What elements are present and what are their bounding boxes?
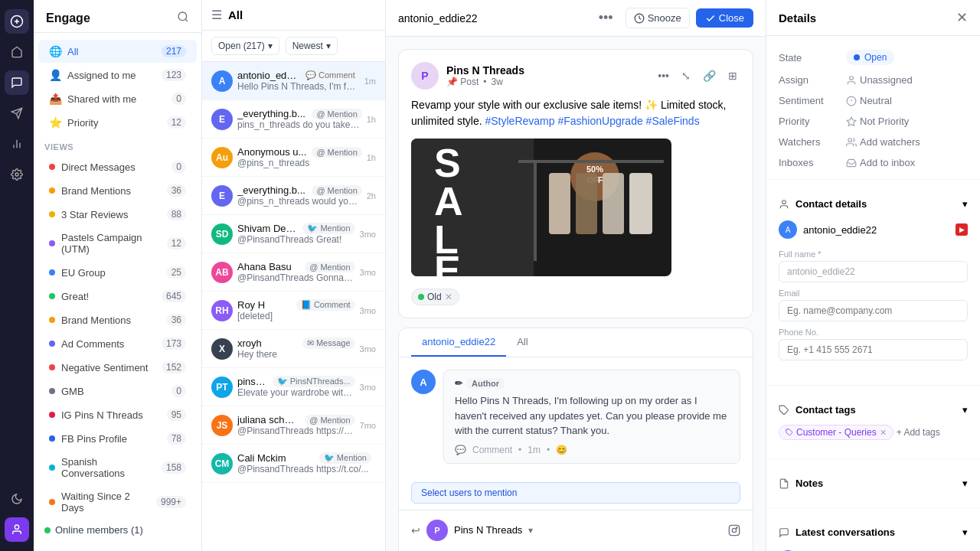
conversation-item[interactable]: JS juliana schme... @ Mention @PinsandTh…	[202, 406, 385, 445]
send-icon[interactable]	[5, 101, 29, 126]
email-input[interactable]	[779, 300, 968, 321]
nav-item-great[interactable]: Great! 645	[38, 285, 197, 308]
close-panel-button[interactable]: ✕	[956, 9, 968, 26]
latest-conversations-header[interactable]: Latest conversations ▾	[766, 520, 980, 544]
post-hashtag: #StyleRevamp	[485, 115, 554, 127]
user-avatar-icon[interactable]	[5, 517, 29, 542]
reply-text-input[interactable]	[411, 547, 740, 552]
reply-avatar: P	[426, 520, 448, 541]
contact-tags-header[interactable]: Contact tags ▾	[766, 398, 980, 422]
priority-value[interactable]: Not Priority	[846, 116, 909, 127]
filter-sort-button[interactable]: Newest ▾	[286, 37, 338, 55]
nav-item-brand-mentions[interactable]: Brand Mentions 36	[38, 179, 197, 202]
nav-item-brand-mentions-2[interactable]: Brand Mentions 36	[38, 308, 197, 331]
nav-item-ad-comments[interactable]: Ad Comments 173	[38, 332, 197, 355]
conversation-item[interactable]: CM Cali Mckim 🐦 Mention @PinsandThreads …	[202, 445, 385, 483]
chart-icon[interactable]	[5, 132, 29, 156]
nav-count-brand-mentions: 36	[167, 184, 186, 197]
notes-section: Notes ▾	[766, 465, 980, 501]
tag-text: Customer - Queries	[796, 427, 877, 438]
filter-open-button[interactable]: Open (217) ▾	[211, 37, 279, 55]
post-action-link[interactable]: 🔗	[700, 68, 719, 83]
comment-text: Hello Pins N Threads, I'm following up o…	[455, 393, 729, 439]
conversation-item[interactable]: Au Anonymous u... @ Mention @pins_n_thre…	[202, 139, 385, 177]
home-icon[interactable]	[5, 40, 29, 64]
nav-item-priority[interactable]: ⭐ Priority 12	[38, 111, 197, 134]
reply-dropdown-icon[interactable]: ▾	[528, 525, 533, 536]
more-options-button[interactable]: •••	[593, 7, 619, 29]
moon-icon[interactable]	[5, 487, 29, 511]
app-logo-icon[interactable]	[5, 9, 29, 34]
nav-item-pastels[interactable]: Pastels Campaign (UTM) 12	[38, 227, 197, 260]
conversation-item[interactable]: E _everything.b... @ Mention pins_n_thre…	[202, 100, 385, 139]
conv-type-badge: @ Mention	[305, 262, 354, 272]
conv-preview: @PinsandThreads https://t.co/6R0uT...	[237, 425, 355, 436]
watchers-value[interactable]: Add watchers	[846, 136, 920, 148]
nav-item-direct-messages[interactable]: Direct Messages 0	[38, 155, 197, 178]
nav-item-spanish[interactable]: Spanish Conversations 158	[38, 451, 197, 484]
conversation-username: antonio_eddie22	[398, 12, 583, 24]
close-conversation-button[interactable]: Close	[696, 8, 753, 28]
comment-type-label: Comment	[472, 445, 512, 455]
comment-time: 1m	[528, 445, 541, 455]
full-name-input[interactable]	[779, 261, 968, 282]
eu-group-dot	[49, 269, 55, 276]
post-action-more[interactable]: •••	[655, 68, 672, 83]
nav-item-gmb[interactable]: GMB 0	[38, 380, 197, 403]
email-group: Email	[779, 289, 968, 321]
conversation-item[interactable]: AB Ahana Basu @ Mention @PinsandThreads …	[202, 253, 385, 292]
post-action-share[interactable]: ⊞	[725, 68, 740, 83]
add-tag-button[interactable]: + Add tags	[897, 427, 940, 438]
priority-label: Priority	[779, 116, 840, 127]
tab-user[interactable]: antonio_eddie22	[411, 328, 506, 357]
conversation-item[interactable]: PT pinsand thr... 🐦 PinsNThreads... Elev…	[202, 368, 385, 406]
nav-item-waiting[interactable]: Waiting Since 2 Days 999+	[38, 485, 197, 519]
search-button[interactable]	[177, 11, 189, 26]
engage-icon[interactable]	[5, 70, 29, 95]
contact-details-section: Contact details ▾ A antonio_eddie22 ▶ Fu…	[766, 186, 980, 379]
comment-emoji-button[interactable]: 😊	[556, 445, 567, 455]
nav-item-all[interactable]: 🌐 All 217	[38, 40, 197, 63]
conversation-item[interactable]: RH Roy H 📘 Comment [deleted] 3mo	[202, 292, 385, 330]
svg-point-29	[850, 76, 854, 80]
conversation-item[interactable]: X xroyh ✉ Message Hey there 3mo	[202, 330, 385, 368]
post-action-expand[interactable]: ⤡	[678, 68, 694, 83]
sentiment-value[interactable]: Neutral	[846, 95, 892, 106]
conv-type-badge: @ Mention	[312, 185, 361, 196]
conversation-item[interactable]: A antonio_eddi... 💬 Comment Hello Pins N…	[202, 62, 385, 100]
conversation-item[interactable]: SD Shivam Devgan 🐦 Mention @PinsandThrea…	[202, 215, 385, 253]
contact-tags-label: Contact tags	[795, 404, 856, 416]
nav-item-3star[interactable]: 3 Star Reviews 88	[38, 203, 197, 226]
hamburger-icon[interactable]: ☰	[211, 8, 222, 22]
tag-icon	[779, 405, 789, 416]
tag-remove-button[interactable]: ✕	[445, 292, 452, 302]
conv-type-badge: ✉ Message	[302, 337, 355, 349]
nav-item-fb-pins[interactable]: FB Pins Profile 78	[38, 427, 197, 450]
online-members-item[interactable]: Online members (1)	[34, 520, 201, 540]
reply-from-label: Pins N Threads	[454, 524, 522, 536]
conv-type-badge: 💬 Comment	[301, 70, 360, 81]
notes-header[interactable]: Notes ▾	[766, 471, 980, 495]
nav-item-ig-pins[interactable]: IG Pins N Threads 95	[38, 403, 197, 426]
nav-count-ad-comments: 173	[162, 337, 186, 350]
conv-type-badge: 🐦 PinsNThreads...	[273, 376, 355, 387]
settings-icon[interactable]	[5, 162, 29, 187]
tab-all[interactable]: All	[506, 328, 538, 357]
contact-details-header[interactable]: Contact details ▾	[766, 192, 980, 216]
nav-item-assigned[interactable]: 👤 Assigned to me 123	[38, 64, 197, 86]
conv-type-badge: @ Mention	[305, 415, 354, 425]
state-dot	[854, 54, 860, 60]
assign-value[interactable]: Unassigned	[846, 74, 913, 86]
phone-input[interactable]	[779, 339, 968, 360]
nav-count-spanish: 158	[162, 461, 186, 474]
snooze-button[interactable]: Snooze	[626, 8, 690, 28]
post-hashtag: #FashionUpgrade	[557, 115, 642, 127]
conversation-item[interactable]: E _everything.b... @ Mention @pins_n_thr…	[202, 177, 385, 215]
inboxes-value[interactable]: Add to inbox	[846, 157, 915, 168]
nav-label-waiting: Waiting Since 2 Days	[61, 491, 150, 514]
nav-item-negative-sentiment[interactable]: Negative Sentiment 152	[38, 356, 197, 379]
tag-remove-button[interactable]: ✕	[880, 428, 887, 438]
nav-item-shared[interactable]: 📤 Shared with me 0	[38, 87, 197, 110]
nav-item-eu-group[interactable]: EU Group 25	[38, 261, 197, 284]
latest-conv-item[interactable]: A antonio_ed... Comment ✓ Nice Collectio…	[766, 544, 980, 551]
